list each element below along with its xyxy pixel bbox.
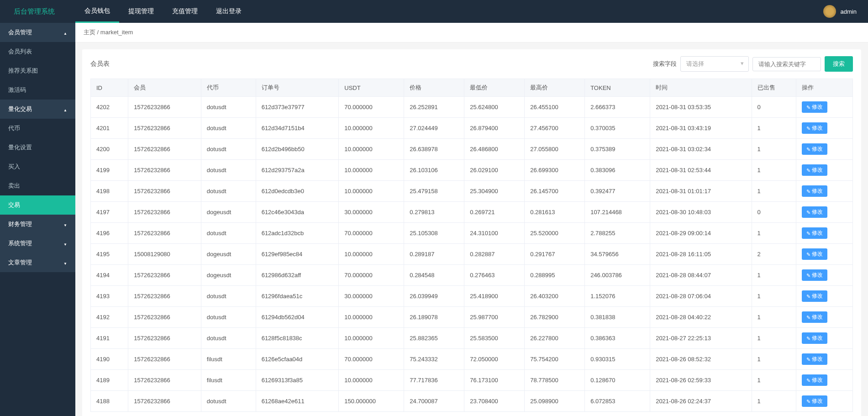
cell-id: 4191 — [91, 328, 128, 349]
cell-actions: 修改 — [796, 307, 853, 328]
cell-token: 2.666373 — [585, 97, 650, 118]
edit-button[interactable]: 修改 — [802, 101, 827, 113]
topnav-item[interactable]: 充值管理 — [163, 0, 207, 23]
edit-button[interactable]: 修改 — [802, 143, 827, 155]
edit-button[interactable]: 修改 — [802, 269, 827, 281]
cell-sold: 0 — [752, 97, 796, 118]
column-header: USDT — [339, 79, 404, 97]
edit-button[interactable]: 修改 — [802, 185, 827, 197]
cell-high: 25.520000 — [525, 223, 585, 244]
cell-actions: 修改 — [796, 202, 853, 223]
breadcrumb-home[interactable]: 主页 — [84, 29, 95, 36]
edit-button[interactable]: 修改 — [802, 395, 827, 407]
cell-order: 612d2b496bb50 — [256, 139, 339, 160]
edit-button[interactable]: 修改 — [802, 164, 827, 176]
pen-icon — [806, 251, 810, 258]
search-field-select[interactable]: 请选择 — [680, 56, 749, 72]
cell-member: 15726232866 — [128, 181, 201, 202]
cell-sold: 1 — [752, 328, 796, 349]
sidebar-item[interactable]: 买入 — [0, 157, 75, 176]
sidebar-item-label: 系统管理 — [8, 239, 32, 247]
cell-order: 612d0edcdb3e0 — [256, 181, 339, 202]
cell-low: 26.486800 — [464, 139, 525, 160]
cell-high: 26.403200 — [525, 286, 585, 307]
sidebar-item[interactable]: 交易 — [0, 195, 75, 215]
edit-button[interactable]: 修改 — [802, 290, 827, 302]
cell-token: 0.375389 — [585, 139, 650, 160]
cell-order: 612d293757a2a — [256, 160, 339, 181]
search-button[interactable]: 搜索 — [825, 56, 853, 72]
sidebar-item[interactable]: 会员列表 — [0, 42, 75, 61]
topnav: 会员钱包提现管理充值管理退出登录 — [75, 0, 251, 23]
sidebar-item[interactable]: 会员管理 — [0, 23, 75, 42]
cell-time: 2021-08-28 08:44:07 — [650, 265, 752, 286]
caret-down-icon — [63, 240, 67, 247]
cell-order: 612adc1d32bcb — [256, 223, 339, 244]
sidebar-item[interactable]: 量化设置 — [0, 138, 75, 157]
cell-price: 26.103106 — [404, 160, 464, 181]
cell-high: 25.098900 — [525, 391, 585, 412]
pen-icon — [806, 335, 810, 342]
cell-token: 1.152076 — [585, 286, 650, 307]
column-header: 时间 — [650, 79, 752, 97]
edit-button[interactable]: 修改 — [802, 206, 827, 218]
topnav-item[interactable]: 退出登录 — [207, 0, 251, 23]
cell-id: 4200 — [91, 139, 128, 160]
edit-button[interactable]: 修改 — [802, 332, 827, 344]
cell-usdt: 10.000000 — [339, 118, 404, 139]
cell-member: 15726232866 — [128, 349, 201, 370]
sidebar-item-label: 会员管理 — [8, 28, 32, 37]
cell-coin: filusdt — [201, 349, 256, 370]
cell-actions: 修改 — [796, 370, 853, 391]
search-input[interactable] — [752, 57, 821, 71]
cell-id: 4194 — [91, 265, 128, 286]
search-area: 搜索字段 请选择 搜索 — [653, 56, 853, 72]
sidebar-item[interactable]: 财务管理 — [0, 215, 75, 234]
cell-sold: 1 — [752, 370, 796, 391]
sidebar-item[interactable]: 文章管理 — [0, 253, 75, 272]
sidebar-item-label: 卖出 — [8, 182, 20, 190]
column-header: 订单号 — [256, 79, 339, 97]
sidebar-item[interactable]: 推荐关系图 — [0, 61, 75, 80]
cell-coin: dotusdt — [201, 97, 256, 118]
user-area[interactable]: admin — [823, 5, 868, 18]
table-row: 419615726232866dotusdt612adc1d32bcb70.00… — [91, 223, 853, 244]
cell-price: 26.189078 — [404, 307, 464, 328]
sidebar-item[interactable]: 卖出 — [0, 176, 75, 195]
sidebar-item[interactable]: 激活码 — [0, 80, 75, 100]
edit-button[interactable]: 修改 — [802, 374, 827, 386]
cell-high: 78.778500 — [525, 370, 585, 391]
edit-button[interactable]: 修改 — [802, 311, 827, 323]
cell-token: 6.072853 — [585, 391, 650, 412]
edit-button[interactable]: 修改 — [802, 122, 827, 134]
cell-token: 0.381838 — [585, 307, 650, 328]
cell-time: 2021-08-28 07:06:04 — [650, 286, 752, 307]
table-row: 419115726232866dotusdt6128f5c81838c10.00… — [91, 328, 853, 349]
edit-button[interactable]: 修改 — [802, 248, 827, 260]
cell-price: 0.279813 — [404, 202, 464, 223]
cell-member: 15726232866 — [128, 139, 201, 160]
cell-member: 15726232866 — [128, 160, 201, 181]
cell-time: 2021-08-31 03:02:34 — [650, 139, 752, 160]
cell-usdt: 10.000000 — [339, 307, 404, 328]
topnav-item[interactable]: 提现管理 — [119, 0, 163, 23]
sidebar-item[interactable]: 量化交易 — [0, 100, 75, 119]
edit-button[interactable]: 修改 — [802, 353, 827, 365]
sidebar-item-label: 代币 — [8, 124, 20, 132]
cell-high: 26.227800 — [525, 328, 585, 349]
pen-icon — [806, 272, 810, 279]
sidebar-item[interactable]: 系统管理 — [0, 234, 75, 253]
cell-id: 4188 — [91, 391, 128, 412]
cell-actions: 修改 — [796, 181, 853, 202]
column-header: 最低价 — [464, 79, 525, 97]
edit-button[interactable]: 修改 — [802, 227, 827, 239]
cell-time: 2021-08-26 08:52:32 — [650, 349, 752, 370]
cell-id: 4193 — [91, 286, 128, 307]
pen-icon — [806, 293, 810, 300]
sidebar-item[interactable]: 代币 — [0, 119, 75, 138]
table-body: 420215726232866dotusdt612d373e3797770.00… — [91, 97, 853, 412]
cell-actions: 修改 — [796, 244, 853, 265]
cell-low: 24.310100 — [464, 223, 525, 244]
table-row: 419515008129080dogeusdt6129ef985ec8410.0… — [91, 244, 853, 265]
topnav-item[interactable]: 会员钱包 — [75, 0, 119, 23]
